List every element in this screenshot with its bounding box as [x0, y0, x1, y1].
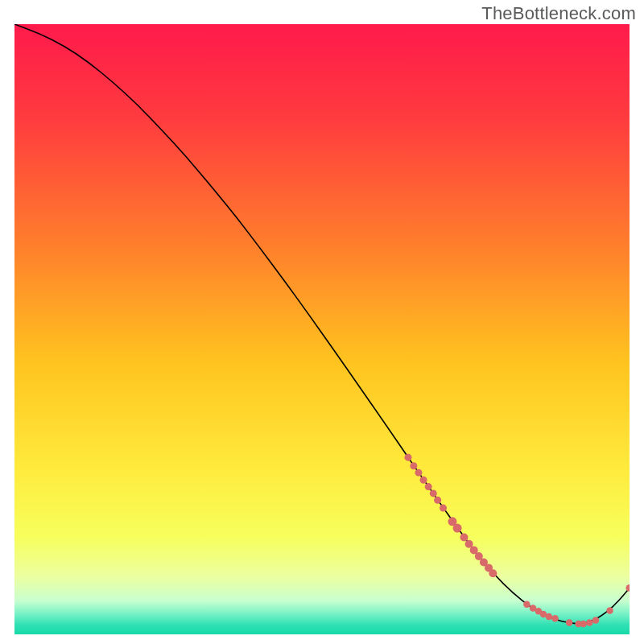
- bottleneck-chart: [0, 0, 644, 644]
- data-point: [425, 483, 432, 490]
- data-point: [440, 505, 447, 512]
- data-point: [420, 477, 427, 484]
- data-point: [415, 469, 422, 477]
- data-point: [606, 607, 613, 614]
- data-point: [404, 454, 411, 461]
- data-point: [551, 615, 559, 622]
- data-point: [592, 617, 600, 624]
- data-point: [580, 621, 587, 628]
- chart-container: TheBottleneck.com: [0, 0, 644, 644]
- data-point: [626, 584, 634, 592]
- data-point: [460, 533, 468, 541]
- data-point: [566, 619, 573, 626]
- data-point: [410, 462, 417, 469]
- data-point: [546, 613, 553, 621]
- gradient-background: [14, 24, 630, 634]
- data-point: [489, 569, 497, 577]
- data-point: [523, 601, 530, 609]
- data-point: [453, 524, 462, 533]
- data-point: [586, 619, 593, 626]
- data-point: [430, 489, 437, 497]
- data-point: [434, 497, 441, 504]
